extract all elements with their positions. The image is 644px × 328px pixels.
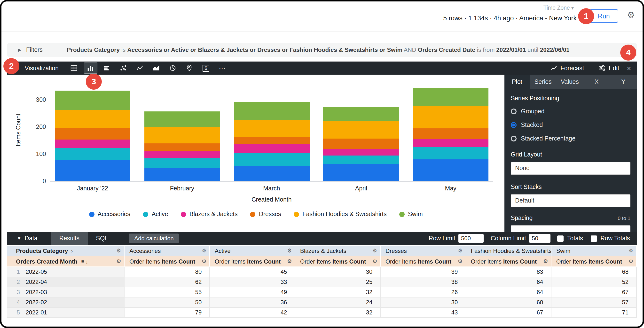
table-value-cell[interactable]: 64: [466, 277, 551, 287]
bar-segment[interactable]: [234, 153, 310, 166]
table-value-cell[interactable]: 36: [210, 298, 295, 308]
column-header-orders-created-month[interactable]: Orders Created Month≡↓⚙: [7, 256, 124, 267]
legend-item[interactable]: Swim: [399, 211, 423, 218]
sort-stacks-select[interactable]: Default: [511, 194, 630, 207]
data-section-toggle[interactable]: ▼ Data: [17, 235, 38, 242]
table-value-cell[interactable]: 52: [552, 277, 637, 287]
gear-icon[interactable]: ⚙: [372, 248, 377, 254]
table-chart-icon[interactable]: [67, 62, 81, 74]
column-group-header[interactable]: Swim⚙: [552, 246, 637, 256]
scatter-chart-icon[interactable]: [117, 62, 130, 74]
table-value-cell[interactable]: 26: [381, 287, 466, 298]
row-totals-checkbox[interactable]: [591, 235, 597, 242]
table-value-cell[interactable]: 80: [124, 267, 210, 277]
bar-segment[interactable]: [413, 139, 488, 147]
table-value-cell[interactable]: 57: [552, 298, 637, 308]
gear-icon[interactable]: ⚙: [116, 259, 121, 264]
edit-button[interactable]: Edit: [599, 64, 619, 72]
table-row-dimension-cell[interactable]: 52022-01: [7, 308, 124, 318]
gear-icon[interactable]: ⚙: [627, 11, 635, 20]
column-group-header[interactable]: Fashion Hoodies & Sweatshirts⚙: [466, 246, 551, 256]
stacked-bar[interactable]: [413, 88, 488, 181]
legend-item[interactable]: Active: [143, 211, 168, 218]
panel-tab-series[interactable]: Series: [530, 74, 556, 89]
panel-tab-values[interactable]: Values: [556, 74, 584, 89]
bar-segment[interactable]: [234, 120, 310, 137]
table-row-dimension-cell[interactable]: 12022-05: [7, 267, 124, 277]
gear-icon[interactable]: ⚙: [628, 259, 633, 264]
gear-icon[interactable]: ⚙: [287, 248, 292, 254]
radio-option[interactable]: Grouped: [511, 107, 630, 115]
table-value-cell[interactable]: 83: [466, 267, 551, 277]
row-limit-input[interactable]: [459, 234, 484, 243]
add-calculation-button[interactable]: Add calculation: [129, 234, 179, 243]
filters-bar[interactable]: ▶ Filters Products Category is Accessori…: [7, 43, 637, 57]
measure-subheader[interactable]: Order Items Items Count⚙: [210, 256, 295, 267]
gear-icon[interactable]: ⚙: [287, 259, 292, 264]
stacked-bar[interactable]: [234, 102, 310, 181]
table-value-cell[interactable]: 32: [295, 287, 381, 298]
data-tab-sql[interactable]: SQL: [88, 232, 116, 245]
spacing-input[interactable]: [511, 225, 630, 232]
gear-icon[interactable]: ⚙: [202, 248, 207, 254]
line-chart-icon[interactable]: [133, 62, 147, 74]
table-value-cell[interactable]: 30: [295, 267, 381, 277]
table-row-dimension-cell[interactable]: 32022-03: [7, 287, 124, 298]
radio-icon[interactable]: [511, 136, 516, 141]
bar-segment[interactable]: [144, 168, 220, 181]
table-value-cell[interactable]: 64: [466, 287, 551, 298]
bar-segment[interactable]: [413, 160, 488, 181]
bar-segment[interactable]: [324, 149, 399, 156]
bar-segment[interactable]: [144, 143, 220, 152]
pie-chart-icon[interactable]: [166, 62, 180, 74]
column-group-header[interactable]: Dresses⚙: [381, 246, 466, 256]
bar-segment[interactable]: [55, 110, 130, 128]
bar-segment[interactable]: [324, 164, 399, 181]
table-value-cell[interactable]: 25: [295, 277, 381, 287]
measure-subheader[interactable]: Order Items Items Count⚙: [124, 256, 210, 267]
radio-icon[interactable]: [511, 108, 516, 114]
table-value-cell[interactable]: 42: [210, 308, 295, 318]
stacked-bar[interactable]: [324, 107, 399, 181]
table-value-cell[interactable]: 33: [210, 277, 295, 287]
radio-selected-icon[interactable]: [511, 122, 516, 128]
table-value-cell[interactable]: 67: [466, 308, 551, 318]
bar-segment[interactable]: [413, 106, 488, 129]
legend-item[interactable]: Dresses: [250, 211, 281, 218]
legend-item[interactable]: Fashion Hoodies & Sweatshirts: [294, 211, 386, 218]
gear-icon[interactable]: ⚙: [458, 259, 463, 264]
table-value-cell[interactable]: 67: [552, 287, 637, 298]
gear-icon[interactable]: ⚙: [628, 248, 633, 254]
gear-icon[interactable]: ⚙: [116, 248, 121, 254]
column-header-products-category[interactable]: Products Category›⚙: [7, 246, 124, 256]
bar-segment[interactable]: [324, 121, 399, 138]
bar-segment[interactable]: [234, 166, 310, 181]
table-value-cell[interactable]: 39: [381, 267, 466, 277]
area-chart-icon[interactable]: [150, 62, 163, 74]
table-value-cell[interactable]: 62: [124, 277, 210, 287]
gear-icon[interactable]: ⚙: [202, 259, 207, 264]
gear-icon[interactable]: ⚙: [543, 259, 548, 264]
table-value-cell[interactable]: 79: [124, 308, 210, 318]
measure-subheader[interactable]: Order Items Items Count⚙: [466, 256, 551, 267]
expand-arrow-icon[interactable]: ▶: [18, 48, 21, 52]
panel-tab-plot[interactable]: Plot: [504, 74, 530, 89]
table-value-cell[interactable]: 68: [552, 267, 637, 277]
panel-tab-y[interactable]: Y: [610, 74, 637, 89]
table-value-cell[interactable]: 45: [210, 267, 295, 277]
bar-segment[interactable]: [324, 138, 399, 149]
column-group-header[interactable]: Blazers & Jackets⚙: [295, 246, 381, 256]
totals-checkbox[interactable]: [558, 235, 564, 242]
radio-option[interactable]: Stacked: [511, 121, 630, 129]
measure-subheader[interactable]: Order Items Items Count⚙: [552, 256, 637, 267]
more-chart-types-icon[interactable]: ⋯: [216, 62, 229, 74]
table-value-cell[interactable]: 49: [210, 287, 295, 298]
table-value-cell[interactable]: 30: [381, 298, 466, 308]
bar-segment[interactable]: [324, 156, 399, 164]
column-limit-input[interactable]: [530, 234, 551, 243]
column-group-header[interactable]: Accessories⚙: [124, 246, 210, 256]
bar-segment[interactable]: [324, 107, 399, 121]
grid-layout-select[interactable]: None: [511, 162, 630, 175]
bar-segment[interactable]: [55, 90, 130, 110]
map-chart-icon[interactable]: [183, 62, 196, 74]
